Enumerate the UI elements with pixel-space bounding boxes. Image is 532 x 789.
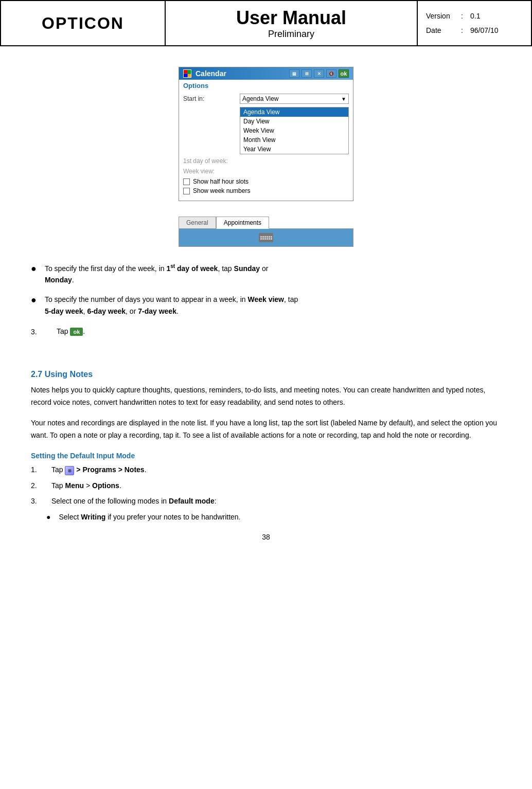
week-view-label: Week view: (183, 168, 240, 175)
bullet-section: ● To specify the first day of the week, … (31, 262, 501, 317)
num-label-1: 1. (31, 464, 43, 475)
titlebar-icon-1: ▤ (289, 69, 299, 78)
dropdown-item-agenda[interactable]: Agenda View (240, 107, 348, 117)
week-view-row: Week view: (183, 168, 349, 175)
num-label-2: 2. (31, 480, 43, 491)
step-3-item: 3. Tap ok. (31, 327, 501, 336)
bullet-text-2: To specify the number of days you want t… (45, 294, 298, 317)
num-text-3: Select one of the following modes in Def… (51, 495, 217, 507)
nested-bullet-text: Select Writing if you prefer your notes … (59, 511, 240, 523)
date-colon: : (461, 23, 466, 38)
tab-appointments[interactable]: Appointments (216, 217, 269, 229)
bullet2-5day: 5-day week (45, 307, 83, 315)
nested-bullet-dot: ● (46, 511, 50, 523)
titlebar-icon-3: ✕ (314, 69, 324, 78)
title-main: User Manual (236, 7, 346, 29)
bullet2-end: . (176, 307, 179, 315)
calendar-body: Start in: Agenda View ▼ Agenda View Day … (179, 92, 353, 201)
step-3-text: Tap ok. (57, 327, 85, 336)
dropdown-item-month[interactable]: Month View (240, 135, 348, 145)
calendar-titlebar: Calendar ▤ ⊞ ✕ 🔇 ok (179, 67, 353, 80)
bullet2-mid: , tap (284, 295, 298, 303)
version-row: Version : 0.1 (426, 9, 523, 23)
section-27-heading: 2.7 Using Notes (31, 370, 501, 379)
step1-bold2: Notes (125, 465, 145, 474)
bullet2-6day: 6-day week (87, 307, 126, 315)
step2-arrow: > (84, 481, 92, 490)
step1-end: . (145, 465, 147, 474)
bullet1-bold1: 1st day of week (166, 264, 218, 273)
dropdown-item-day[interactable]: Day View (240, 117, 348, 126)
dropdown-item-week[interactable]: Week View (240, 126, 348, 135)
page-header: OPTICON User Manual Preliminary Version … (0, 0, 532, 46)
titlebar-ok-button[interactable]: ok (339, 69, 349, 78)
date-value: 96/07/10 (470, 23, 499, 38)
page-number: 38 (31, 533, 501, 551)
bullet1-end: . (72, 276, 74, 284)
num-text-1: Tap ⊞ > Programs > Notes. (51, 464, 147, 475)
half-hour-checkbox[interactable] (183, 178, 190, 185)
nested-text-before: Select (59, 513, 81, 521)
start-in-label: Start in: (183, 95, 240, 102)
title-sub: Preliminary (268, 29, 314, 40)
calendar-window: Calendar ▤ ⊞ ✕ 🔇 ok Options Start in: Ag… (179, 67, 353, 201)
main-content: Calendar ▤ ⊞ ✕ 🔇 ok Options Start in: Ag… (0, 46, 532, 562)
num-label-3: 3. (31, 495, 43, 507)
bullet2-weekview: Week view (247, 295, 284, 303)
view-dropdown-list: Agenda View Day View Week View Month Vie… (240, 107, 349, 154)
tab-general[interactable]: General (179, 217, 216, 229)
step3-defaultmode: Default mode (169, 497, 215, 505)
keyboard-icon (259, 233, 273, 242)
first-day-label: 1st day of week: (183, 157, 240, 165)
num-item-1: 1. Tap ⊞ > Programs > Notes. (31, 464, 501, 475)
step2-text: Tap (51, 481, 65, 490)
step1-text-before: Tap (51, 465, 65, 474)
start-in-dropdown[interactable]: Agenda View ▼ (240, 94, 349, 104)
section-27-para2: Your notes and recordings are displayed … (31, 417, 501, 442)
programs-icon: ⊞ (65, 466, 74, 475)
bullet2-prefix: To specify the number of days you want t… (45, 295, 248, 303)
num-item-2: 2. Tap Menu > Options. (31, 480, 501, 491)
week-numbers-label: Show week numbers (193, 187, 250, 194)
bullet2-7day: 7-day week (138, 307, 176, 315)
step2-options: Options (92, 481, 119, 490)
tabs-screenshot: General Appointments (179, 217, 353, 247)
calendar-screenshot: Calendar ▤ ⊞ ✕ 🔇 ok Options Start in: Ag… (31, 67, 501, 201)
date-label: Date (426, 23, 457, 38)
week-numbers-row: Show week numbers (183, 187, 349, 194)
bullet1-mid: , tap (218, 264, 234, 273)
ok-button-inline[interactable]: ok (70, 328, 83, 336)
step3-text-before: Tap (57, 327, 70, 335)
nested-bullet-item: ● Select Writing if you prefer your note… (46, 511, 501, 523)
bullet1-prefix: To specify the first day of the week, in (45, 264, 167, 273)
step3-end: : (215, 497, 217, 505)
bullet-dot-2: ● (31, 294, 37, 307)
titlebar-icons: ▤ ⊞ ✕ 🔇 ok (289, 69, 349, 78)
nested-bold: Writing (81, 513, 105, 521)
version-colon: : (461, 9, 466, 23)
numbered-list: 1. Tap ⊞ > Programs > Notes. 2. Tap Menu… (31, 464, 501, 523)
tab-content-area (179, 228, 353, 247)
dropdown-item-year[interactable]: Year View (240, 145, 348, 154)
bullet1-monday: Monday (45, 276, 72, 284)
tabs-row: General Appointments (179, 217, 353, 229)
start-in-value: Agenda View (242, 95, 279, 102)
first-day-row: 1st day of week: (183, 157, 349, 165)
date-row: Date : 96/07/10 (426, 23, 523, 38)
document-meta: Version : 0.1 Date : 96/07/10 (418, 1, 531, 45)
start-in-row: Start in: Agenda View ▼ (183, 94, 349, 104)
document-title: User Manual Preliminary (166, 1, 418, 45)
section-27-para1: Notes helps you to quickly capture thoug… (31, 384, 501, 409)
calendar-title-text: Calendar (196, 69, 226, 78)
step-3-number: 3. (31, 328, 46, 336)
bullet-dot-1: ● (31, 262, 37, 275)
version-label: Version (426, 9, 457, 23)
company-logo: OPTICON (1, 1, 166, 45)
sub-section-heading: Setting the Default Input Mode (31, 452, 501, 460)
num-text-2: Tap Menu > Options. (51, 480, 121, 491)
step1-bold1: > Programs > (74, 465, 124, 474)
week-numbers-checkbox[interactable] (183, 188, 190, 194)
nested-text-after: if you prefer your notes to be handwritt… (105, 513, 240, 521)
bullet1-sunday: Sunday (234, 264, 260, 273)
step2-end: . (119, 481, 121, 490)
